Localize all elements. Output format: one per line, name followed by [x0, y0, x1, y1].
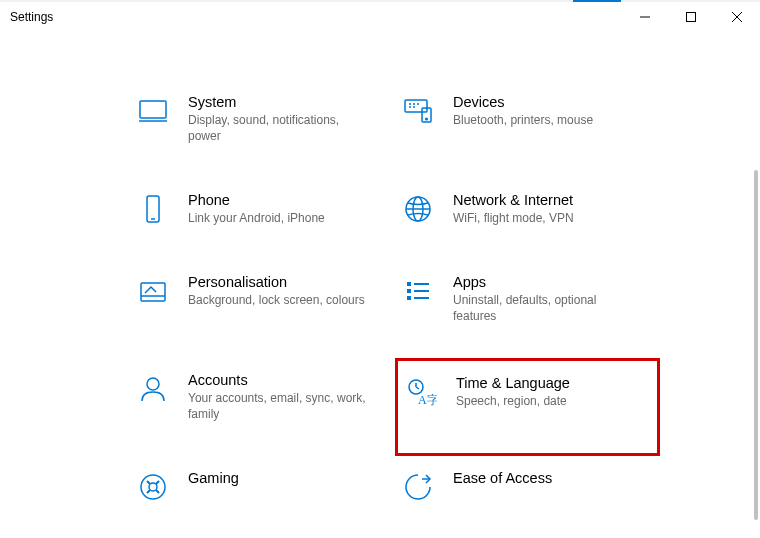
ease-of-access-icon — [401, 470, 435, 504]
personalisation-icon — [136, 274, 170, 308]
tile-personalisation[interactable]: Personalisation Background, lock screen,… — [130, 260, 395, 358]
tile-desc: Bluetooth, printers, mouse — [453, 112, 593, 128]
svg-point-33 — [149, 483, 157, 491]
scrollbar[interactable] — [754, 170, 758, 520]
devices-icon — [401, 94, 435, 128]
titlebar: Settings — [0, 0, 760, 32]
svg-rect-23 — [407, 296, 411, 300]
tile-desc: Speech, region, date — [456, 393, 570, 409]
svg-point-27 — [147, 378, 159, 390]
settings-grid: System Display, sound, notifications, po… — [130, 80, 742, 538]
tile-title: Devices — [453, 94, 593, 110]
tile-title: Ease of Access — [453, 470, 552, 486]
window-title: Settings — [10, 10, 53, 24]
svg-rect-21 — [407, 282, 411, 286]
tile-network[interactable]: Network & Internet WiFi, flight mode, VP… — [395, 178, 660, 260]
tile-title: Accounts — [188, 372, 368, 388]
window-controls — [622, 2, 760, 32]
tile-gaming[interactable]: Gaming — [130, 456, 395, 538]
tile-ease-of-access[interactable]: Ease of Access — [395, 456, 660, 538]
svg-point-8 — [426, 118, 428, 120]
tile-apps[interactable]: Apps Uninstall, defaults, optional featu… — [395, 260, 660, 358]
tile-desc: Display, sound, notifications, power — [188, 112, 368, 144]
tile-phone[interactable]: Phone Link your Android, iPhone — [130, 178, 395, 260]
accounts-icon — [136, 372, 170, 406]
tile-desc: WiFi, flight mode, VPN — [453, 210, 574, 226]
svg-rect-22 — [407, 289, 411, 293]
minimize-button[interactable] — [622, 2, 668, 32]
svg-rect-14 — [147, 196, 159, 222]
tile-devices[interactable]: Devices Bluetooth, printers, mouse — [395, 80, 660, 178]
tile-desc: Link your Android, iPhone — [188, 210, 325, 226]
tile-title: Gaming — [188, 470, 239, 486]
tile-title: Apps — [453, 274, 633, 290]
globe-icon — [401, 192, 435, 226]
tile-title: Personalisation — [188, 274, 365, 290]
system-icon — [136, 94, 170, 128]
phone-icon — [136, 192, 170, 226]
svg-text:A字: A字 — [418, 393, 437, 407]
titlebar-accent — [573, 0, 621, 2]
close-button[interactable] — [714, 2, 760, 32]
tile-time-language[interactable]: A字 Time & Language Speech, region, date — [395, 358, 660, 456]
tile-title: Network & Internet — [453, 192, 574, 208]
svg-rect-19 — [141, 283, 165, 301]
maximize-button[interactable] — [668, 2, 714, 32]
tile-accounts[interactable]: Accounts Your accounts, email, sync, wor… — [130, 358, 395, 456]
tile-title: Time & Language — [456, 375, 570, 391]
svg-line-30 — [416, 387, 419, 389]
svg-rect-1 — [687, 13, 696, 22]
tile-desc: Background, lock screen, colours — [188, 292, 365, 308]
tile-title: Phone — [188, 192, 325, 208]
tile-title: System — [188, 94, 368, 110]
tile-system[interactable]: System Display, sound, notifications, po… — [130, 80, 395, 178]
apps-icon — [401, 274, 435, 308]
tile-desc: Uninstall, defaults, optional features — [453, 292, 633, 324]
gaming-icon — [136, 470, 170, 504]
time-language-icon: A字 — [404, 375, 438, 409]
svg-rect-6 — [405, 100, 427, 112]
tile-desc: Your accounts, email, sync, work, family — [188, 390, 368, 422]
svg-rect-4 — [140, 101, 166, 118]
